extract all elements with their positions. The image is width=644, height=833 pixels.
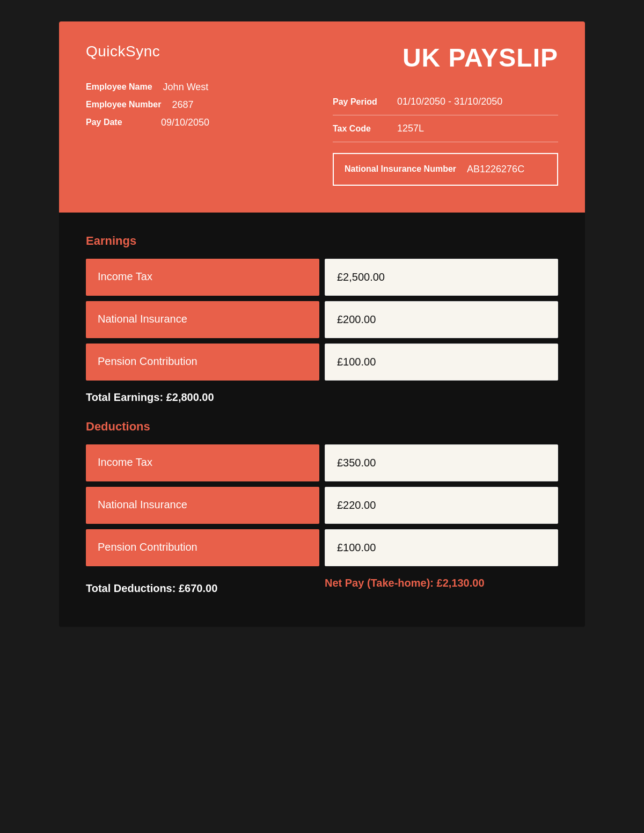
deductions-items: Income Tax £350.00 National Insurance £2…: [86, 444, 558, 566]
pay-period-value: 01/10/2050 - 31/10/2050: [397, 96, 502, 107]
earnings-item-label-0: Income Tax: [86, 259, 319, 296]
pay-date-value: 09/10/2050: [161, 117, 209, 128]
employee-name-row: Employee Name John West: [86, 82, 311, 93]
pay-details: Pay Period 01/10/2050 - 31/10/2050 Tax C…: [333, 89, 558, 186]
ni-number-box: National Insurance Number AB1226276C: [333, 153, 558, 186]
deductions-item-label-0: Income Tax: [86, 444, 319, 481]
tax-code-value: 1257L: [397, 123, 424, 134]
earnings-item: Pension Contribution £100.00: [86, 344, 558, 381]
deductions-item: National Insurance £220.00: [86, 487, 558, 524]
net-pay: Net Pay (Take-home): £2,130.00: [325, 577, 558, 600]
deductions-item-label-1: National Insurance: [86, 487, 319, 524]
earnings-title: Earnings: [86, 234, 558, 248]
pay-period-label: Pay Period: [333, 97, 386, 107]
earnings-item: National Insurance £200.00: [86, 301, 558, 338]
deductions-item-value-0: £350.00: [325, 444, 558, 481]
body-section: Earnings Income Tax £2,500.00 National I…: [59, 213, 585, 627]
ni-number-label: National Insurance Number: [345, 164, 456, 175]
deductions-item: Pension Contribution £100.00: [86, 529, 558, 566]
header-right: UK PAYSLIP Pay Period 01/10/2050 - 31/10…: [333, 43, 558, 186]
header-left: QuickSync Employee Name John West Employ…: [86, 43, 311, 186]
employee-name-value: John West: [163, 82, 209, 93]
header-section: QuickSync Employee Name John West Employ…: [59, 21, 585, 213]
earnings-item-value-0: £2,500.00: [325, 259, 558, 296]
employee-info: Employee Name John West Employee Number …: [86, 82, 311, 128]
tax-code-row: Tax Code 1257L: [333, 115, 558, 142]
deductions-item-value-1: £220.00: [325, 487, 558, 524]
ni-number-value: AB1226276C: [467, 164, 524, 175]
employee-number-value: 2687: [172, 99, 193, 111]
payslip-title: UK PAYSLIP: [333, 43, 558, 72]
earnings-item-label-2: Pension Contribution: [86, 344, 319, 381]
pay-period-row: Pay Period 01/10/2050 - 31/10/2050: [333, 89, 558, 115]
deductions-item: Income Tax £350.00: [86, 444, 558, 481]
deductions-item-value-2: £100.00: [325, 529, 558, 566]
deductions-item-label-2: Pension Contribution: [86, 529, 319, 566]
employee-name-label: Employee Name: [86, 82, 152, 93]
employee-number-label: Employee Number: [86, 99, 161, 111]
totals-footer: Total Deductions: £670.00 Net Pay (Take-…: [86, 577, 558, 600]
earnings-total: Total Earnings: £2,800.00: [86, 391, 558, 404]
tax-code-label: Tax Code: [333, 124, 386, 134]
earnings-item-value-1: £200.00: [325, 301, 558, 338]
pay-date-row: Pay Date 09/10/2050: [86, 117, 311, 128]
earnings-items: Income Tax £2,500.00 National Insurance …: [86, 259, 558, 381]
earnings-item-label-1: National Insurance: [86, 301, 319, 338]
employee-number-row: Employee Number 2687: [86, 99, 311, 111]
deductions-title: Deductions: [86, 420, 558, 434]
earnings-item-value-2: £100.00: [325, 344, 558, 381]
payslip-page: QuickSync Employee Name John West Employ…: [59, 21, 585, 627]
pay-date-label: Pay Date: [86, 117, 150, 128]
company-name: QuickSync: [86, 43, 311, 60]
deductions-total: Total Deductions: £670.00: [86, 582, 319, 595]
earnings-item: Income Tax £2,500.00: [86, 259, 558, 296]
